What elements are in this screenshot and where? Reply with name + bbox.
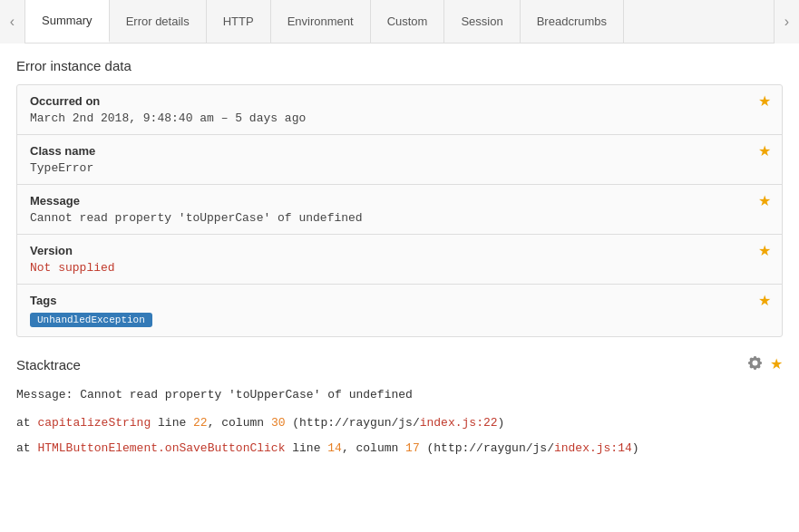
tabs-container: Summary Error details HTTP Environment C… [25, 0, 774, 43]
frame-1-mid: line [285, 441, 327, 455]
frame-1-prefix: at [16, 441, 37, 455]
frame-1-url[interactable]: index.js:14 [554, 441, 632, 455]
class-name-label: Class name [30, 144, 769, 158]
message-row: Message Cannot read property 'toUpperCas… [17, 185, 782, 235]
stacktrace-header: Stacktrace ★ [16, 355, 783, 373]
frame-1-col: 17 [405, 441, 420, 455]
frame-0-col: 30 [271, 416, 286, 430]
stacktrace-body: Message: Cannot read property 'toUpperCa… [16, 384, 783, 459]
prev-tab-button[interactable]: ‹ [0, 0, 25, 44]
frame-0-mid: line [151, 416, 193, 430]
message-star[interactable]: ★ [758, 194, 771, 208]
tag-badge-unhandled[interactable]: UnhandledException [30, 313, 152, 327]
tab-breadcrumbs[interactable]: Breadcrumbs [521, 0, 624, 43]
error-instance-section: Error instance data Occurred on March 2n… [16, 58, 783, 337]
frame-1-url-prefix: (http://raygun/js/ [420, 441, 554, 455]
frame-0-col-prefix: , column [208, 416, 271, 430]
tab-custom[interactable]: Custom [371, 0, 445, 43]
error-instance-title: Error instance data [16, 58, 783, 73]
stacktrace-settings-button[interactable] [748, 355, 763, 373]
tags-star[interactable]: ★ [758, 294, 771, 308]
gear-icon [748, 355, 763, 370]
frame-1-col-prefix: , column [342, 441, 405, 455]
error-instance-card: Occurred on March 2nd 2018, 9:48:40 am –… [16, 84, 783, 337]
frame-1-line: 14 [327, 441, 342, 455]
frame-0-line: 22 [193, 416, 208, 430]
tab-environment[interactable]: Environment [271, 0, 371, 43]
tags-row: Tags UnhandledException ★ [17, 285, 782, 336]
stacktrace-frame-1: at HTMLButtonElement.onSaveButtonClick l… [16, 438, 783, 459]
occurred-on-value: March 2nd 2018, 9:48:40 am – 5 days ago [30, 111, 769, 125]
stacktrace-section: Stacktrace ★ Message: Cannot read proper… [16, 355, 783, 459]
version-value: Not supplied [30, 261, 769, 275]
class-name-row: Class name TypeError ★ [17, 135, 782, 185]
tab-summary[interactable]: Summary [25, 0, 110, 43]
occurred-on-row: Occurred on March 2nd 2018, 9:48:40 am –… [17, 85, 782, 135]
frame-1-fn: HTMLButtonElement.onSaveButtonClick [37, 441, 285, 455]
version-row: Version Not supplied ★ [17, 235, 782, 285]
tags-container: UnhandledException [30, 311, 769, 327]
tab-bar: ‹ Summary Error details HTTP Environment… [0, 0, 799, 44]
frame-0-prefix: at [16, 416, 37, 430]
next-tab-button[interactable]: › [774, 0, 799, 44]
stacktrace-frame-0: at capitalizeString line 22, column 30 (… [16, 412, 783, 433]
stacktrace-actions: ★ [748, 355, 783, 373]
frame-0-url-suffix: ) [498, 416, 505, 430]
stacktrace-title: Stacktrace [16, 357, 81, 372]
occurred-on-label: Occurred on [30, 94, 769, 108]
version-label: Version [30, 244, 769, 257]
stacktrace-star[interactable]: ★ [770, 357, 783, 372]
tags-label: Tags [30, 294, 769, 307]
tab-http[interactable]: HTTP [207, 0, 271, 43]
message-value: Cannot read property 'toUpperCase' of un… [30, 211, 769, 225]
tab-error-details[interactable]: Error details [110, 0, 207, 43]
frame-0-fn: capitalizeString [37, 416, 151, 430]
frame-0-url-prefix: (http://raygun/js/ [285, 416, 419, 430]
stacktrace-message: Message: Cannot read property 'toUpperCa… [16, 384, 783, 405]
class-name-value: TypeError [30, 161, 769, 175]
frame-1-url-suffix: ) [632, 441, 639, 455]
version-star[interactable]: ★ [758, 244, 771, 258]
frame-0-url[interactable]: index.js:22 [420, 416, 498, 430]
main-content: Error instance data Occurred on March 2n… [0, 44, 799, 477]
class-name-star[interactable]: ★ [758, 144, 771, 159]
occurred-on-star[interactable]: ★ [758, 94, 771, 109]
tab-session[interactable]: Session [444, 0, 520, 43]
message-label: Message [30, 194, 769, 208]
